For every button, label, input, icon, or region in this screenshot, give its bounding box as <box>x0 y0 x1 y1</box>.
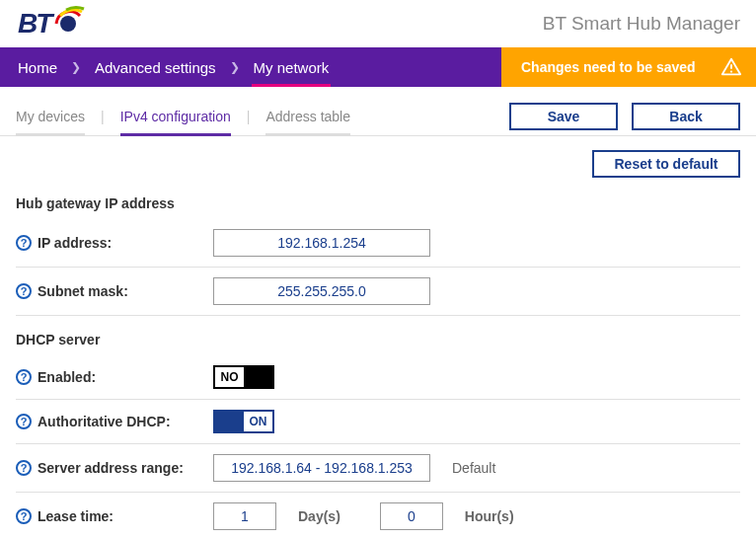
label-lease-time: ? Lease time: <box>16 508 213 524</box>
authoritative-dhcp-toggle[interactable]: ON <box>213 410 274 433</box>
action-buttons: Save Back <box>509 103 740 130</box>
row-authoritative-dhcp: ? Authoritative DHCP: ON <box>16 400 740 444</box>
logo-text: BT <box>18 8 50 39</box>
tab-address-table[interactable]: Address table <box>265 105 350 128</box>
help-icon[interactable]: ? <box>16 235 32 251</box>
enabled-toggle[interactable]: NO <box>213 365 274 389</box>
row-ip-address: ? IP address: <box>16 219 740 268</box>
range-default-label: Default <box>452 460 495 476</box>
help-icon[interactable]: ? <box>16 414 32 429</box>
help-icon[interactable]: ? <box>16 369 32 385</box>
back-button[interactable]: Back <box>632 103 740 130</box>
content: Hub gateway IP address ? IP address: ? S… <box>0 182 756 539</box>
label-text: Subnet mask: <box>38 283 128 299</box>
label-text: IP address: <box>38 235 112 251</box>
app-header: BT BT Smart Hub Manager <box>0 0 756 47</box>
lease-hours-input[interactable] <box>380 502 443 530</box>
toggle-value: ON <box>244 412 272 431</box>
server-address-range-input[interactable] <box>213 454 430 482</box>
row-subnet-mask: ? Subnet mask: <box>16 268 740 316</box>
svg-point-2 <box>730 70 732 72</box>
crumb-mynetwork[interactable]: My network <box>252 59 332 76</box>
section-dhcp-server: DHCP server <box>16 332 740 347</box>
help-icon[interactable]: ? <box>16 283 32 299</box>
page-title: BT Smart Hub Manager <box>543 13 740 35</box>
nav-row: Home ❯ Advanced settings ❯ My network Ch… <box>0 47 756 87</box>
help-icon[interactable]: ? <box>16 460 32 476</box>
breadcrumb: Home ❯ Advanced settings ❯ My network <box>0 47 501 87</box>
label-text: Authoritative DHCP: <box>38 414 171 429</box>
tab-divider: | <box>101 109 105 124</box>
logo-globe-icon <box>52 8 84 39</box>
ip-address-input[interactable] <box>213 229 430 257</box>
lease-days-unit: Day(s) <box>298 508 340 524</box>
label-text: Enabled: <box>38 369 96 385</box>
row-server-address-range: ? Server address range: Default <box>16 444 740 493</box>
label-enabled: ? Enabled: <box>16 369 213 385</box>
save-button[interactable]: Save <box>509 103 618 130</box>
crumb-advanced[interactable]: Advanced settings <box>93 59 218 76</box>
row-enabled: ? Enabled: NO <box>16 355 740 400</box>
lease-hours-unit: Hour(s) <box>465 508 514 524</box>
label-ip-address: ? IP address: <box>16 235 213 251</box>
tabs: My devices | IPv4 configuration | Addres… <box>16 105 509 128</box>
reset-row: Reset to default <box>0 136 756 182</box>
chevron-right-icon: ❯ <box>71 60 81 74</box>
crumb-home[interactable]: Home <box>16 59 59 76</box>
toggle-knob <box>244 367 272 387</box>
label-text: Server address range: <box>38 460 184 476</box>
tab-my-devices[interactable]: My devices <box>16 105 85 128</box>
label-authoritative-dhcp: ? Authoritative DHCP: <box>16 414 213 429</box>
label-subnet-mask: ? Subnet mask: <box>16 283 213 299</box>
label-server-address-range: ? Server address range: <box>16 460 213 476</box>
help-icon[interactable]: ? <box>16 508 32 524</box>
row-lease-time: ? Lease time: Day(s) Hour(s) <box>16 493 740 539</box>
tab-divider: | <box>247 109 251 124</box>
toggle-value: NO <box>215 367 244 387</box>
label-text: Lease time: <box>38 508 113 524</box>
chevron-right-icon: ❯ <box>230 60 240 74</box>
subnet-mask-input[interactable] <box>213 277 430 305</box>
alert-text: Changes need to be saved <box>521 59 696 75</box>
save-alert: Changes need to be saved <box>501 47 756 87</box>
toggle-knob <box>215 412 244 431</box>
lease-days-input[interactable] <box>213 502 276 530</box>
svg-point-0 <box>60 16 76 32</box>
bt-logo: BT <box>18 8 84 39</box>
warning-icon <box>720 56 742 78</box>
tab-ipv4-configuration[interactable]: IPv4 configuration <box>120 105 231 128</box>
section-hub-gateway: Hub gateway IP address <box>16 195 740 211</box>
reset-to-default-button[interactable]: Reset to default <box>592 150 740 178</box>
sub-row: My devices | IPv4 configuration | Addres… <box>0 87 756 136</box>
